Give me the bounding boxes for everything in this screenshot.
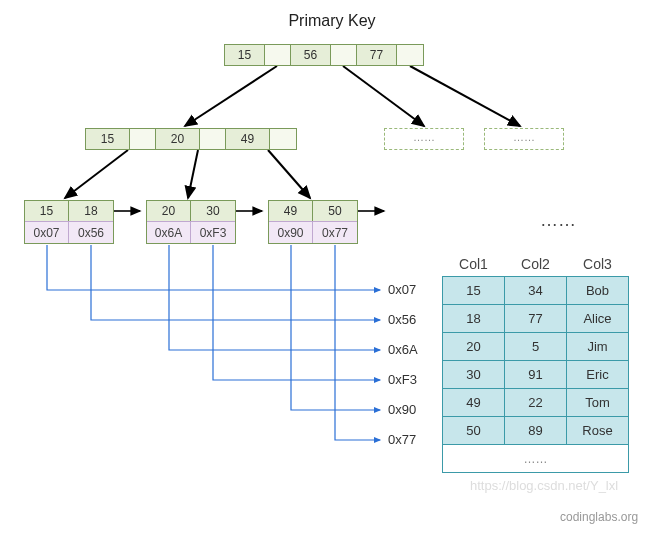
table-cell: 15 <box>443 277 505 305</box>
ghost-node: …… <box>384 128 464 150</box>
table-cell: 77 <box>505 305 567 333</box>
leaf-key: 15 <box>25 201 69 221</box>
pointer-label: 0xF3 <box>388 372 417 387</box>
diagram-title: Primary Key <box>0 12 664 30</box>
leaf-ellipsis: …… <box>540 210 576 231</box>
root-ptr <box>265 45 291 65</box>
table-row-last: …… <box>443 445 629 473</box>
table-row: 49 22 Tom <box>443 389 629 417</box>
data-table: Col1 Col2 Col3 15 34 Bob 18 77 Alice 20 … <box>442 252 629 473</box>
root-key: 77 <box>357 45 397 65</box>
table-cell: 91 <box>505 361 567 389</box>
table-row: 15 34 Bob <box>443 277 629 305</box>
table-cell: 5 <box>505 333 567 361</box>
table-cell: Alice <box>567 305 629 333</box>
leaf-ptr: 0x6A <box>147 221 191 243</box>
internal-ptr <box>200 129 226 149</box>
table-cell: Jim <box>567 333 629 361</box>
leaf-key: 50 <box>313 201 357 221</box>
table-row: 30 91 Eric <box>443 361 629 389</box>
pointer-label: 0x90 <box>388 402 416 417</box>
table-cell: Rose <box>567 417 629 445</box>
table-cell: 22 <box>505 389 567 417</box>
leaf-key: 30 <box>191 201 235 221</box>
table-cell: 49 <box>443 389 505 417</box>
leaf-ptr: 0xF3 <box>191 221 235 243</box>
table-cell: 34 <box>505 277 567 305</box>
internal-key: 15 <box>86 129 130 149</box>
table-row: 20 5 Jim <box>443 333 629 361</box>
root-key: 15 <box>225 45 265 65</box>
pointer-label: 0x56 <box>388 312 416 327</box>
pointer-label: 0x07 <box>388 282 416 297</box>
table-cell: Bob <box>567 277 629 305</box>
table-cell: Tom <box>567 389 629 417</box>
table-row: 50 89 Rose <box>443 417 629 445</box>
ghost-node: …… <box>484 128 564 150</box>
table-cell: 30 <box>443 361 505 389</box>
table-ellipsis: …… <box>443 445 629 473</box>
table-cell: 50 <box>443 417 505 445</box>
table-header: Col3 <box>567 252 629 277</box>
root-key: 56 <box>291 45 331 65</box>
leaf-node: 49 50 0x90 0x77 <box>268 200 358 244</box>
leaf-key: 18 <box>69 201 113 221</box>
leaf-ptr: 0x77 <box>313 221 357 243</box>
internal-ptr <box>130 129 156 149</box>
root-ptr <box>397 45 423 65</box>
table-cell: 89 <box>505 417 567 445</box>
watermark-text: https://blog.csdn.net/Y_lxl <box>470 478 618 493</box>
table-cell: 20 <box>443 333 505 361</box>
svg-line-2 <box>410 66 520 126</box>
svg-line-1 <box>343 66 424 126</box>
svg-line-0 <box>185 66 277 126</box>
internal-ptr <box>270 129 296 149</box>
table-row: 18 77 Alice <box>443 305 629 333</box>
root-ptr <box>331 45 357 65</box>
leaf-ptr: 0x07 <box>25 221 69 243</box>
leaf-key: 49 <box>269 201 313 221</box>
leaf-ptr: 0x56 <box>69 221 113 243</box>
svg-line-3 <box>65 150 128 198</box>
pointer-label: 0x77 <box>388 432 416 447</box>
internal-key: 49 <box>226 129 270 149</box>
table-header: Col2 <box>505 252 567 277</box>
table-cell: 18 <box>443 305 505 333</box>
leaf-ptr: 0x90 <box>269 221 313 243</box>
table-cell: Eric <box>567 361 629 389</box>
credit-text: codinglabs.org <box>560 510 638 524</box>
svg-line-5 <box>268 150 310 198</box>
svg-line-4 <box>188 150 198 198</box>
root-node: 15 56 77 <box>224 44 424 66</box>
table-header: Col1 <box>443 252 505 277</box>
leaf-node: 20 30 0x6A 0xF3 <box>146 200 236 244</box>
leaf-key: 20 <box>147 201 191 221</box>
pointer-label: 0x6A <box>388 342 418 357</box>
internal-node: 15 20 49 <box>85 128 297 150</box>
leaf-node: 15 18 0x07 0x56 <box>24 200 114 244</box>
internal-key: 20 <box>156 129 200 149</box>
